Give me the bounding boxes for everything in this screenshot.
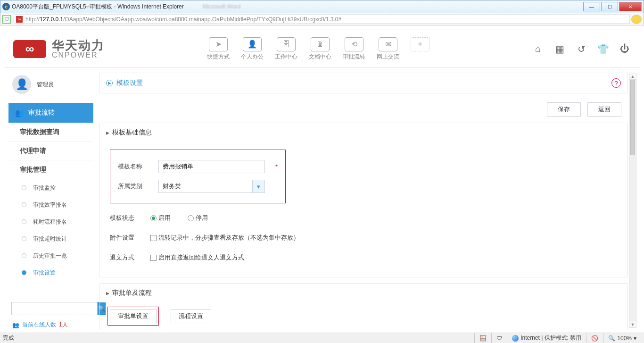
label-template-name: 模板名称 xyxy=(118,162,151,171)
reply-icon[interactable]: ↺ xyxy=(575,43,587,55)
ie-icon: e xyxy=(2,3,10,10)
security-shield-icon[interactable]: 🛡 xyxy=(2,15,11,24)
radio-icon xyxy=(188,215,194,221)
document-icon: 🗎 xyxy=(311,37,330,51)
toolbar-approval[interactable]: ⟲审批流转 xyxy=(343,37,365,61)
home-icon[interactable]: ⌂ xyxy=(532,43,544,55)
paper-plane-icon: ➤ xyxy=(209,37,228,51)
scroll-up-arrow-icon[interactable]: ▲ xyxy=(629,73,636,80)
toolbar-shortcut[interactable]: ➤快捷方式 xyxy=(207,37,230,61)
sidebar-sub-efficiency[interactable]: 审批效率排名 xyxy=(8,196,93,213)
toolbar-chat[interactable]: ✉网上交流 xyxy=(377,37,399,61)
caret-right-icon: ▸ xyxy=(106,289,109,297)
main-content: ▶ 模板设置 ? 保存 返回 ▸ 模板基础信息 模板名称 xyxy=(93,68,640,333)
sidebar-item-data-query[interactable]: 审批数据查询 xyxy=(8,123,93,142)
action-bar: 保存 返回 xyxy=(99,99,640,120)
sidebar: 👤 管理员 👥 审批流转 审批数据查询 代理申请 审批管理 审批监控 审批效率排… xyxy=(4,68,93,333)
checkbox-icon xyxy=(150,235,157,241)
background-app: Microsoft Word xyxy=(203,3,240,10)
flow-icon: ⟲ xyxy=(345,37,363,51)
sidebar-item-proxy-apply[interactable]: 代理申请 xyxy=(8,142,93,160)
logo-text-en: CNPOWER xyxy=(52,51,105,59)
wechat-icon: ✉ xyxy=(379,37,397,51)
vertical-scrollbar[interactable]: ▲ ▼ xyxy=(629,73,636,328)
checkbox-icon xyxy=(150,255,157,261)
header-right: ⌂ ▦ ↺ 👕 ⏻ xyxy=(532,43,631,55)
main-toolbar: ➤快捷方式 👤个人办公 🗄工作中心 🗎文档中心 ⟲审批流转 ✉网上交流 ＋ xyxy=(105,37,532,61)
online-users[interactable]: 👥 当前在线人数 1人 xyxy=(8,319,93,333)
dot-icon xyxy=(22,253,26,258)
sidebar-sub-history[interactable]: 历史审批一览 xyxy=(8,247,93,264)
checkbox-return[interactable]: 启用直接返回给退文人退文方式 xyxy=(150,253,244,262)
caret-right-icon: ▸ xyxy=(106,129,109,136)
section-header-basic[interactable]: ▸ 模板基础信息 xyxy=(99,123,627,142)
compat-view-button[interactable] xyxy=(631,15,642,24)
panel-form-and-flow: ▸ 审批单及流程 审批单设置 流程设置 xyxy=(99,283,628,330)
toolbar-workcenter[interactable]: 🗄工作中心 xyxy=(275,37,297,61)
url-field[interactable]: ∞ http:// 127.0.0.1 /OAapp/WebObjects/OA… xyxy=(14,15,629,24)
sidebar-sub-settings[interactable]: 审批设置 xyxy=(8,264,93,281)
panel-header: ▶ 模板设置 ? xyxy=(99,73,627,93)
briefcase-icon: 🗄 xyxy=(277,37,296,51)
checkbox-attachment[interactable]: 流转记录中，分步骤查看及存放（不选为集中存放） xyxy=(150,234,299,242)
url-prefix: http:// xyxy=(25,16,40,23)
label-category: 所属类别 xyxy=(118,182,151,191)
user-flow-icon: 👥 xyxy=(15,109,25,117)
users-icon: 👥 xyxy=(12,322,19,328)
radio-disable[interactable]: 停用 xyxy=(188,214,208,222)
label-attachment: 附件设置 xyxy=(110,234,143,242)
maximize-button[interactable]: ☐ xyxy=(601,2,618,11)
plus-icon: ＋ xyxy=(411,37,429,51)
flow-design-button[interactable]: 流程设置 xyxy=(171,309,211,323)
chevron-down-icon: ▾ xyxy=(252,180,264,192)
avatar-icon: 👤 xyxy=(12,75,31,94)
scroll-down-arrow-icon[interactable]: ▼ xyxy=(629,321,636,327)
section-header-flow[interactable]: ▸ 审批单及流程 xyxy=(99,284,627,302)
grid-icon[interactable]: ▦ xyxy=(553,43,566,55)
input-template-name[interactable] xyxy=(158,160,265,173)
panel-template-settings: ▶ 模板设置 ? xyxy=(99,73,628,93)
toolbar-documents[interactable]: 🗎文档中心 xyxy=(309,37,331,61)
sidebar-sub-timeout[interactable]: 审批超时统计 xyxy=(8,230,93,247)
url-host: 127.0.0.1 xyxy=(40,16,63,23)
dot-icon xyxy=(22,185,26,190)
toolbar-add[interactable]: ＋ xyxy=(411,37,429,61)
panel-title: 模板设置 xyxy=(116,79,143,87)
address-bar: 🛡 ∞ http:// 127.0.0.1 /OAapp/WebObjects/… xyxy=(0,13,644,25)
current-user[interactable]: 👤 管理员 xyxy=(8,73,93,96)
radio-icon xyxy=(150,215,157,221)
minimize-button[interactable]: — xyxy=(583,2,600,11)
scrollbar-thumb[interactable] xyxy=(630,80,635,155)
select-category[interactable]: 财务类 ▾ xyxy=(158,180,265,193)
logo: ∞ 华天动力 CNPOWER xyxy=(13,39,105,59)
url-path: /OAapp/WebObjects/OAapp.woa/wo/com.oa800… xyxy=(63,16,341,23)
highlighted-fields: 模板名称 * 所属类别 财务类 ▾ xyxy=(110,150,286,203)
dot-icon xyxy=(22,236,26,241)
panel-basic-info: ▸ 模板基础信息 模板名称 * 所属类别 财务类 xyxy=(99,123,628,277)
sidebar-sub-time-rank[interactable]: 耗时流程排名 xyxy=(8,213,93,230)
select-value: 财务类 xyxy=(163,182,181,191)
user-icon: 👤 xyxy=(243,37,262,51)
label-return: 退文方式 xyxy=(110,253,143,262)
dot-icon xyxy=(22,219,26,224)
sidebar-search-input[interactable] xyxy=(11,302,98,315)
save-button[interactable]: 保存 xyxy=(547,102,581,117)
sidebar-sub-monitor[interactable]: 审批监控 xyxy=(8,179,93,196)
form-design-button[interactable]: 审批单设置 xyxy=(110,309,157,323)
logo-mark-icon: ∞ xyxy=(13,40,46,58)
arrow-right-icon: ▶ xyxy=(106,80,113,86)
close-button[interactable]: ✕ xyxy=(619,2,642,11)
radio-enable[interactable]: 启用 xyxy=(150,214,171,222)
shirt-icon[interactable]: 👕 xyxy=(597,43,609,55)
back-button[interactable]: 返回 xyxy=(587,102,621,117)
sidebar-section-approval[interactable]: 👥 审批流转 xyxy=(8,103,93,123)
sidebar-item-approval-admin[interactable]: 审批管理 xyxy=(8,160,93,179)
toolbar-personal[interactable]: 👤个人办公 xyxy=(241,37,264,61)
power-icon[interactable]: ⏻ xyxy=(619,43,631,55)
app-header: ∞ 华天动力 CNPOWER ➤快捷方式 👤个人办公 🗄工作中心 🗎文档中心 ⟲… xyxy=(4,30,640,68)
dot-icon xyxy=(22,202,26,207)
dot-icon xyxy=(22,270,26,275)
help-icon[interactable]: ? xyxy=(611,78,621,88)
window-title: OA8000平台版_FPLMYSQL5--审批模板 - Windows Inte… xyxy=(12,3,184,11)
label-status: 模板状态 xyxy=(110,214,143,222)
